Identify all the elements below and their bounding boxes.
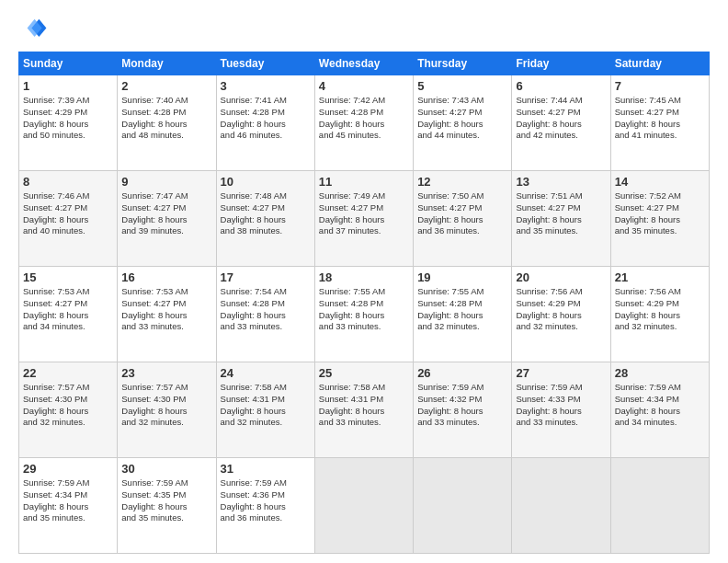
calendar-cell: 30Sunrise: 7:59 AMSunset: 4:35 PMDayligh…	[118, 458, 216, 554]
day-info: Daylight: 8 hours	[121, 214, 211, 226]
calendar-cell: 9Sunrise: 7:47 AMSunset: 4:27 PMDaylight…	[118, 171, 216, 267]
day-info: Sunset: 4:28 PM	[221, 107, 311, 119]
day-info: Sunset: 4:28 PM	[319, 107, 409, 119]
day-info: and 33 minutes.	[319, 417, 409, 429]
day-info: Sunrise: 7:53 AM	[121, 286, 211, 298]
day-info: Daylight: 8 hours	[121, 119, 211, 131]
day-info: Daylight: 8 hours	[319, 214, 409, 226]
calendar-cell: 10Sunrise: 7:48 AMSunset: 4:27 PMDayligh…	[216, 171, 314, 267]
day-number: 9	[121, 175, 211, 189]
day-number: 6	[516, 79, 606, 93]
day-info: Sunrise: 7:52 AM	[615, 190, 705, 202]
day-number: 1	[23, 79, 113, 93]
calendar-cell: 13Sunrise: 7:51 AMSunset: 4:27 PMDayligh…	[512, 171, 610, 267]
calendar-cell: 4Sunrise: 7:42 AMSunset: 4:28 PMDaylight…	[314, 75, 413, 171]
day-info: Sunset: 4:28 PM	[221, 298, 311, 310]
week-row-4: 22Sunrise: 7:57 AMSunset: 4:30 PMDayligh…	[19, 362, 710, 458]
day-info: Sunset: 4:27 PM	[121, 298, 211, 310]
day-info: and 33 minutes.	[417, 417, 507, 429]
day-number: 24	[221, 366, 311, 380]
day-info: Sunrise: 7:59 AM	[516, 382, 606, 394]
header	[18, 15, 710, 44]
day-info: Sunset: 4:31 PM	[221, 394, 311, 406]
day-info: and 32 minutes.	[516, 321, 606, 333]
day-info: Daylight: 8 hours	[23, 214, 113, 226]
day-number: 4	[319, 79, 409, 93]
calendar-cell: 19Sunrise: 7:55 AMSunset: 4:28 PMDayligh…	[414, 267, 512, 362]
day-info: and 45 minutes.	[319, 130, 409, 142]
day-info: Daylight: 8 hours	[121, 406, 211, 418]
day-info: Sunrise: 7:59 AM	[615, 382, 705, 394]
day-number: 3	[221, 79, 311, 93]
day-info: Sunrise: 7:59 AM	[121, 477, 211, 489]
logo-icon	[18, 15, 48, 44]
day-info: and 33 minutes.	[221, 321, 311, 333]
calendar-cell: 23Sunrise: 7:57 AMSunset: 4:30 PMDayligh…	[118, 362, 216, 458]
day-info: Sunrise: 7:46 AM	[23, 190, 113, 202]
day-info: and 32 minutes.	[23, 417, 113, 429]
day-info: Sunrise: 7:45 AM	[615, 95, 705, 107]
day-info: and 35 minutes.	[615, 225, 705, 237]
day-info: Sunset: 4:29 PM	[23, 107, 113, 119]
day-number: 7	[615, 79, 705, 93]
day-number: 26	[417, 366, 507, 380]
calendar-cell: 27Sunrise: 7:59 AMSunset: 4:33 PMDayligh…	[512, 362, 610, 458]
day-info: and 35 minutes.	[516, 225, 606, 237]
day-number: 16	[121, 270, 211, 284]
calendar-cell: 3Sunrise: 7:41 AMSunset: 4:28 PMDaylight…	[216, 75, 314, 171]
day-info: Daylight: 8 hours	[23, 119, 113, 131]
day-number: 19	[417, 270, 507, 284]
day-info: Sunset: 4:27 PM	[516, 107, 606, 119]
day-info: and 32 minutes.	[615, 321, 705, 333]
day-info: and 39 minutes.	[121, 225, 211, 237]
day-info: Sunrise: 7:49 AM	[319, 190, 409, 202]
day-number: 20	[516, 270, 606, 284]
day-number: 29	[23, 462, 113, 476]
day-info: Sunset: 4:27 PM	[23, 202, 113, 214]
day-info: Daylight: 8 hours	[319, 310, 409, 322]
day-info: Sunrise: 7:47 AM	[121, 190, 211, 202]
day-info: Daylight: 8 hours	[417, 310, 507, 322]
calendar-cell	[314, 458, 413, 554]
day-info: Sunrise: 7:56 AM	[516, 286, 606, 298]
day-info: Daylight: 8 hours	[221, 310, 311, 322]
day-info: and 44 minutes.	[417, 130, 507, 142]
day-info: Sunrise: 7:57 AM	[23, 382, 113, 394]
day-info: Sunrise: 7:55 AM	[319, 286, 409, 298]
day-info: Sunrise: 7:54 AM	[221, 286, 311, 298]
day-info: Sunrise: 7:39 AM	[23, 95, 113, 107]
day-info: Sunset: 4:27 PM	[221, 202, 311, 214]
day-info: Sunset: 4:30 PM	[121, 394, 211, 406]
day-info: and 33 minutes.	[121, 321, 211, 333]
day-number: 30	[121, 462, 211, 476]
day-info: and 32 minutes.	[221, 417, 311, 429]
day-info: Sunrise: 7:59 AM	[221, 477, 311, 489]
day-info: Sunrise: 7:59 AM	[23, 477, 113, 489]
day-info: Daylight: 8 hours	[516, 214, 606, 226]
day-info: Daylight: 8 hours	[23, 501, 113, 513]
day-info: Daylight: 8 hours	[516, 119, 606, 131]
day-info: Daylight: 8 hours	[615, 214, 705, 226]
day-info: and 36 minutes.	[417, 225, 507, 237]
header-row: SundayMondayTuesdayWednesdayThursdayFrid…	[19, 52, 710, 75]
day-info: Sunrise: 7:59 AM	[417, 382, 507, 394]
day-info: Sunrise: 7:42 AM	[319, 95, 409, 107]
day-info: Daylight: 8 hours	[615, 310, 705, 322]
day-number: 22	[23, 366, 113, 380]
day-info: Sunset: 4:31 PM	[319, 394, 409, 406]
day-info: and 35 minutes.	[121, 512, 211, 524]
day-info: Sunset: 4:29 PM	[615, 298, 705, 310]
header-day-monday: Monday	[118, 52, 216, 75]
day-number: 12	[417, 175, 507, 189]
calendar-cell: 5Sunrise: 7:43 AMSunset: 4:27 PMDaylight…	[414, 75, 512, 171]
header-day-tuesday: Tuesday	[216, 52, 314, 75]
day-info: Sunset: 4:33 PM	[516, 394, 606, 406]
day-info: Sunrise: 7:51 AM	[516, 190, 606, 202]
page: SundayMondayTuesdayWednesdayThursdayFrid…	[0, 0, 728, 563]
calendar-cell	[414, 458, 512, 554]
day-info: Daylight: 8 hours	[417, 119, 507, 131]
day-info: and 34 minutes.	[615, 417, 705, 429]
calendar-cell: 15Sunrise: 7:53 AMSunset: 4:27 PMDayligh…	[19, 267, 118, 362]
calendar-cell: 7Sunrise: 7:45 AMSunset: 4:27 PMDaylight…	[610, 75, 709, 171]
day-info: and 33 minutes.	[516, 417, 606, 429]
